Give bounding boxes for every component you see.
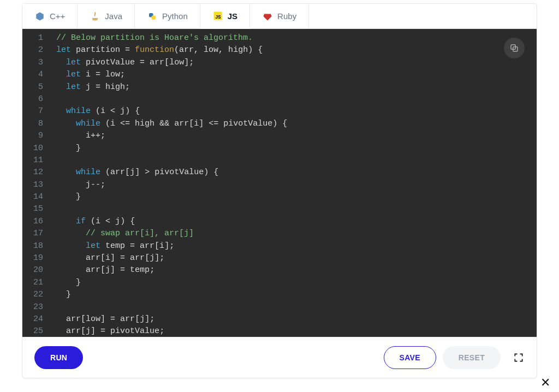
line-number: 9: [33, 130, 43, 142]
line-number: 18: [33, 240, 43, 252]
code-line[interactable]: arr[j] = pivotValue;: [50, 325, 537, 337]
code-line[interactable]: }: [50, 289, 537, 301]
code-line[interactable]: i++;: [50, 130, 537, 142]
code-line[interactable]: arr[low] = arr[j];: [50, 313, 537, 325]
code-line[interactable]: j--;: [50, 179, 537, 191]
line-number: 25: [33, 325, 43, 337]
close-button[interactable]: ✕: [540, 376, 550, 390]
line-number: 16: [33, 216, 43, 228]
line-number: 17: [33, 228, 43, 240]
editor-wrap: 1234567891011121314151617181920212223242…: [22, 29, 537, 337]
line-number: 24: [33, 313, 43, 325]
code-line[interactable]: arr[i] = arr[j];: [50, 252, 537, 264]
code-line[interactable]: let j = high;: [50, 81, 537, 93]
line-number: 23: [33, 301, 43, 313]
code-line[interactable]: let temp = arr[i];: [50, 240, 537, 252]
tab-python[interactable]: Python: [135, 4, 200, 28]
code-editor-panel: C++JavaPythonJSJSRuby 123456789101112131…: [22, 3, 537, 378]
tab-cp+[interactable]: C++: [22, 4, 78, 28]
line-number: 8: [33, 118, 43, 130]
line-number: 22: [33, 289, 43, 301]
tab-java[interactable]: Java: [78, 4, 135, 28]
tab-js[interactable]: JSJS: [200, 4, 250, 29]
save-button[interactable]: SAVE: [384, 346, 436, 369]
line-number: 2: [33, 44, 43, 56]
code-line[interactable]: [50, 301, 537, 313]
line-number: 11: [33, 155, 43, 167]
line-number: 13: [33, 179, 43, 191]
svg-marker-0: [36, 12, 44, 20]
code-line[interactable]: while (arr[j] > pivotValue) {: [50, 167, 537, 179]
run-button[interactable]: RUN: [34, 346, 83, 369]
editor-toolbar: RUN SAVE RESET: [22, 337, 537, 378]
copy-icon: [509, 43, 519, 53]
code-editor[interactable]: 1234567891011121314151617181920212223242…: [22, 29, 537, 337]
python-icon: [147, 11, 158, 22]
line-number: 6: [33, 93, 43, 105]
line-number: 20: [33, 264, 43, 276]
line-number: 1: [33, 32, 43, 44]
cp+-icon: [34, 11, 45, 22]
js-icon: JS: [212, 10, 223, 21]
code-line[interactable]: }: [50, 142, 537, 155]
tab-label: Ruby: [277, 11, 296, 21]
line-number: 19: [33, 252, 43, 264]
line-number: 3: [33, 57, 43, 69]
code-line[interactable]: [50, 93, 537, 105]
svg-marker-5: [264, 14, 272, 20]
line-number-gutter: 1234567891011121314151617181920212223242…: [22, 29, 50, 337]
code-line[interactable]: let partition = function(arr, low, high)…: [50, 44, 537, 56]
line-number: 14: [33, 191, 43, 203]
code-line[interactable]: // swap arr[i], arr[j]: [50, 228, 537, 240]
code-line[interactable]: arr[j] = temp;: [50, 264, 537, 276]
copy-button[interactable]: [504, 38, 525, 58]
tab-label: Python: [162, 11, 188, 21]
code-line[interactable]: [50, 203, 537, 215]
line-number: 4: [33, 69, 43, 81]
java-icon: [90, 11, 100, 22]
line-number: 12: [33, 167, 43, 179]
code-line[interactable]: [50, 155, 537, 167]
reset-button[interactable]: RESET: [443, 346, 501, 369]
code-area[interactable]: // Below partition is Hoare's algorithm.…: [50, 29, 537, 337]
fullscreen-button[interactable]: [513, 352, 525, 364]
tab-label: C++: [50, 11, 65, 21]
line-number: 15: [33, 203, 43, 215]
svg-text:JS: JS: [215, 15, 221, 20]
code-line[interactable]: let i = low;: [50, 69, 537, 81]
code-line[interactable]: if (i < j) {: [50, 216, 537, 228]
code-line[interactable]: // Below partition is Hoare's algorithm.: [50, 32, 537, 44]
code-line[interactable]: let pivotValue = arr[low];: [50, 57, 537, 69]
fullscreen-icon: [513, 352, 524, 363]
code-line[interactable]: while (i < j) {: [50, 105, 537, 117]
code-line[interactable]: while (i <= high && arr[i] <= pivotValue…: [50, 118, 537, 130]
line-number: 5: [33, 81, 43, 93]
svg-rect-2: [152, 15, 156, 20]
line-number: 7: [33, 105, 43, 117]
tab-label: JS: [228, 11, 237, 21]
tab-label: Java: [105, 11, 122, 21]
language-tabs: C++JavaPythonJSJSRuby: [22, 4, 537, 29]
code-line[interactable]: }: [50, 277, 537, 289]
tab-ruby[interactable]: Ruby: [250, 4, 309, 28]
line-number: 21: [33, 277, 43, 289]
code-line[interactable]: }: [50, 191, 537, 203]
ruby-icon: [262, 11, 273, 22]
line-number: 10: [33, 142, 43, 155]
